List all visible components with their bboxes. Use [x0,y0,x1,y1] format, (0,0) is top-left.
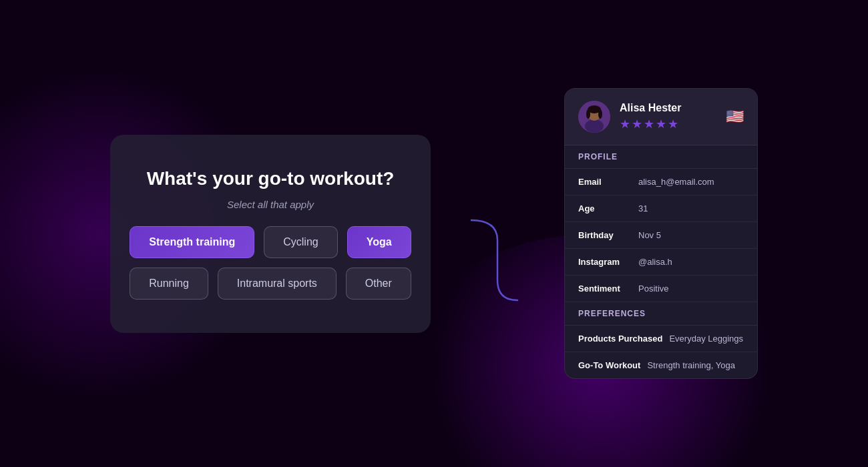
value-sentiment: Positive [638,284,669,294]
value-instagram: @alisa.h [638,257,672,267]
options-row-2: Running Intramural sports Other [130,268,411,300]
profile-card: Alisa Hester ★★★★★ 🇺🇸 PROFILE Email alis… [564,88,758,379]
label-goto-workout: Go-To Workout [578,360,640,370]
profile-row-products: Products Purchased Everyday Leggings [565,326,757,352]
section-header-profile: PROFILE [565,145,757,169]
option-other[interactable]: Other [346,268,411,300]
option-intramural-sports[interactable]: Intramural sports [218,268,337,300]
options-row-1: Strength training Cycling Yoga [130,226,411,258]
option-yoga[interactable]: Yoga [347,226,411,258]
label-age: Age [578,203,632,213]
svg-point-4 [586,109,590,119]
profile-row-goto-workout: Go-To Workout Strength training, Yoga [565,352,757,378]
avatar-svg [578,101,610,133]
survey-card: What's your go-to workout? Select all th… [110,135,431,333]
section-header-preferences: PREFERENCES [565,302,757,326]
label-email: Email [578,177,632,187]
option-strength-training[interactable]: Strength training [130,226,254,258]
profile-name: Alisa Hester [620,102,716,114]
connector-svg [471,133,524,334]
option-running[interactable]: Running [130,268,208,300]
profile-header-info: Alisa Hester ★★★★★ [620,102,716,131]
value-age: 31 [638,203,648,213]
label-birthday: Birthday [578,230,632,240]
options-grid: Strength training Cycling Yoga Running I… [137,226,404,300]
profile-row-sentiment: Sentiment Positive [565,276,757,302]
value-email: alisa_h@email.com [638,177,714,187]
connector-container [471,133,524,334]
survey-subtitle: Select all that apply [227,199,314,210]
svg-point-1 [585,119,604,133]
label-products-purchased: Products Purchased [578,334,662,344]
profile-row-birthday: Birthday Nov 5 [565,222,757,249]
value-goto-workout: Strength training, Yoga [647,360,735,370]
profile-header: Alisa Hester ★★★★★ 🇺🇸 [565,89,757,145]
profile-row-instagram: Instagram @alisa.h [565,249,757,276]
label-sentiment: Sentiment [578,284,632,294]
label-instagram: Instagram [578,257,632,267]
profile-row-age: Age 31 [565,195,757,222]
value-products-purchased: Everyday Leggings [669,334,743,344]
profile-stars: ★★★★★ [620,117,716,131]
profile-flag: 🇺🇸 [726,108,744,125]
main-container: What's your go-to workout? Select all th… [110,88,758,379]
survey-title: What's your go-to workout? [147,168,395,189]
option-cycling[interactable]: Cycling [264,226,337,258]
svg-point-5 [598,109,602,119]
profile-row-email: Email alisa_h@email.com [565,169,757,195]
value-birthday: Nov 5 [638,230,661,240]
avatar [578,101,610,133]
